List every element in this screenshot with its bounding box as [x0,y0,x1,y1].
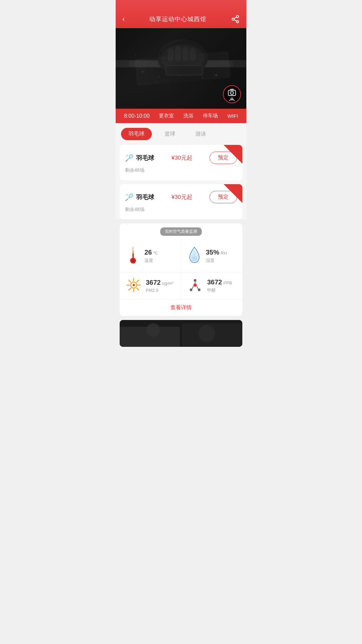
sport-cards: 场地 🏸 羽毛球 ¥30元起 预定 剩余48场 门票 🏸 羽毛球 ¥30元起 预… [116,145,246,219]
air-quality-title: 实时空气质量监测 [160,227,202,236]
svg-point-57 [146,323,160,337]
sun-icon [126,278,141,294]
drop-icon [188,246,201,266]
svg-point-0 [236,15,239,18]
svg-point-17 [216,74,217,76]
air-detail-button[interactable]: 查看详情 [120,299,242,316]
pm25-label: PM2.5 [146,288,173,293]
humidity-label: 湿度 [206,258,227,264]
svg-rect-13 [190,48,196,61]
svg-rect-10 [168,48,174,61]
svg-point-27 [231,92,233,94]
air-cell-formaldehyde: 3672PPB 甲醛 [181,272,242,299]
pm25-value: 3672ug/m³ [146,279,173,286]
air-cell-pm25: 3672ug/m³ PM2.5 [120,272,181,299]
card-sport-name-2: 羽毛球 [136,193,154,201]
sport-tabs: 羽毛球 篮球 游泳 [116,123,246,145]
svg-point-15 [142,71,143,72]
svg-line-52 [192,286,193,289]
info-bar: 8:00-10:00 更衣室 洗浴 停车场 WIFI [116,109,246,123]
svg-point-23 [202,77,203,78]
svg-point-34 [131,259,135,263]
hero-image [116,28,246,109]
formaldehyde-value: 3672PPB [207,278,232,286]
svg-rect-14 [166,66,203,75]
bottom-preview [120,320,242,347]
card-top-1: 🏸 羽毛球 ¥30元起 预定 [125,152,237,164]
svg-point-22 [164,80,165,80]
card-price-1: ¥30元起 [171,154,192,162]
svg-point-48 [194,279,196,282]
thermometer-icon [126,245,140,267]
card-top-2: 🏸 羽毛球 ¥30元起 预定 [125,191,237,203]
card-remaining-2: 剩余48场 [125,207,237,213]
svg-line-4 [234,17,236,18]
air-cell-humidity: 35%RH 湿度 [181,240,242,272]
svg-line-42 [137,280,139,282]
svg-line-43 [129,288,131,290]
badminton-icon-1: 🏸 [125,154,133,162]
svg-point-35 [191,256,197,261]
svg-rect-11 [175,46,181,61]
air-cell-temperature: 26℃ 温度 [120,240,181,272]
svg-line-53 [197,286,198,289]
svg-point-47 [193,283,197,287]
svg-point-16 [156,82,157,83]
card-name-row-2: 🏸 羽毛球 [125,193,154,201]
amenity-parking: 停车场 [203,113,218,119]
air-quality-section: 实时空气质量监测 26℃ 温度 [120,223,242,316]
molecule-icon [188,278,202,294]
svg-point-50 [198,288,200,291]
card-sport-name-1: 羽毛球 [136,154,154,162]
tab-swimming[interactable]: 游泳 [188,128,214,140]
back-button[interactable]: ‹ [122,15,125,23]
temperature-data: 26℃ 温度 [144,249,158,264]
header: ‹ 动享运动中心城西馆 [116,0,246,28]
operating-hours: 8:00-10:00 [124,113,150,119]
tab-badminton[interactable]: 羽毛球 [121,128,152,140]
humidity-data: 35%RH 湿度 [206,249,227,264]
camera-button[interactable] [223,85,241,103]
svg-point-21 [159,76,160,77]
svg-line-3 [234,20,236,21]
svg-line-40 [129,280,131,282]
badge-ticket: 门票 [224,184,242,203]
svg-point-58 [198,325,215,342]
svg-point-2 [236,20,239,23]
formaldehyde-data: 3672PPB 甲醛 [207,278,232,293]
sport-card-2: 门票 🏸 羽毛球 ¥30元起 预定 剩余48场 [120,184,242,219]
svg-point-1 [232,18,234,20]
humidity-value: 35%RH [206,249,227,256]
page-title: 动享运动中心城西馆 [149,15,206,23]
formaldehyde-label: 甲醛 [207,287,232,293]
tab-basketball[interactable]: 篮球 [157,128,183,140]
svg-point-49 [190,288,192,291]
svg-line-41 [137,288,139,290]
sport-card-1: 场地 🏸 羽毛球 ¥30元起 预定 剩余48场 [120,145,242,180]
temperature-value: 26℃ [144,249,158,256]
air-quality-header: 实时空气质量监测 [120,223,242,240]
card-price-2: ¥30元起 [171,193,192,201]
svg-rect-12 [182,46,188,61]
temperature-label: 温度 [144,258,158,264]
svg-point-24 [209,82,210,82]
pm25-data: 3672ug/m³ PM2.5 [146,279,173,293]
amenity-locker: 更衣室 [159,113,174,119]
svg-point-46 [133,284,135,286]
svg-point-18 [229,65,230,65]
svg-point-19 [135,55,136,56]
share-icon[interactable] [231,15,240,23]
badminton-icon-2: 🏸 [125,193,133,201]
card-remaining-1: 剩余48场 [125,167,237,173]
air-quality-grid: 26℃ 温度 35%RH 湿度 [120,240,242,299]
card-name-row-1: 🏸 羽毛球 [125,154,154,162]
badge-venue: 场地 [224,145,242,164]
amenity-shower: 洗浴 [183,113,193,119]
amenity-wifi: WIFI [227,113,238,119]
